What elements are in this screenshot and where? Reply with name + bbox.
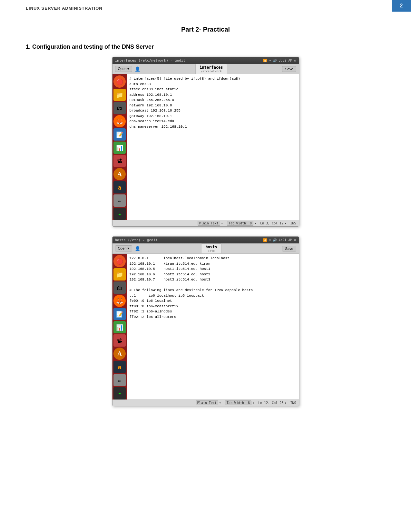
plaintext-status-1: Plain Text ▾ — [198, 221, 223, 226]
main-content: Part 2- Practical 1. Configuration and t… — [26, 26, 385, 416]
calc-launcher-icon[interactable]: 📊 — [113, 142, 126, 154]
ln-col-text-1: Ln 3, Col 12 — [260, 222, 283, 225]
titlebar-right-1: 📶 ⌨ 🔊 3:52 AM ⚙ — [263, 59, 296, 62]
tab-filename-2: hosts — [205, 245, 217, 249]
gedit-statusbar-1: Plain Text ▾ Tab Width: 8 ▾ Ln 3, Col 12… — [113, 220, 299, 226]
text-launcher-icon[interactable]: 📝 — [113, 128, 126, 141]
gedit-sidebar-2: 🔴 📁 🗂 🦊 📝 📊 📽 A a ✏ ▬ — [113, 254, 127, 399]
save-area-2: Save — [279, 243, 298, 253]
gedit-window-1: interfaces (/etc/network) - gedit 📶 ⌨ 🔊 … — [112, 57, 299, 227]
gedit-titlebar-1: interfaces (/etc/network) - gedit 📶 ⌨ 🔊 … — [113, 57, 299, 64]
present-launcher-icon[interactable]: 📽 — [113, 155, 126, 167]
tabwidth-dropdown-1[interactable]: Tab Width: 8 — [227, 221, 253, 226]
amazon-launcher-icon[interactable]: a — [113, 181, 126, 193]
gedit-editor-2[interactable]: 127.0.0.1 localhost.localdomain localhos… — [127, 254, 299, 399]
plaintext-arrow-2: ▾ — [219, 401, 221, 405]
present-launcher-icon-2[interactable]: 📽 — [113, 334, 126, 347]
ln-col-arrow-1: ▾ — [284, 222, 286, 225]
tabwidth-status-2: Tab Width: 8 ▾ — [225, 400, 254, 405]
terminal-launcher-icon-2[interactable]: ▬ — [113, 387, 126, 399]
gedit-titlebar-2: hosts (/etc) - gedit 📶 ⌨ 🔊 4:21 AM ⚙ — [113, 237, 299, 243]
calc-launcher-icon-2[interactable]: 📊 — [113, 321, 126, 333]
gedit-toolbar-area-1: Open ▾ 👤 interfaces /etc/network Save — [113, 64, 299, 74]
tabwidth-arrow-1: ▾ — [254, 222, 256, 225]
save-button-2[interactable]: Save — [282, 246, 296, 251]
titlebar-left-1: interfaces (/etc/network) - gedit — [115, 58, 186, 63]
gedit-editor-1[interactable]: # interfaces(5) file used by ifup(8) and… — [127, 74, 299, 220]
ln-col-status-1: Ln 3, Col 12 ▾ — [260, 222, 286, 225]
gedit-toolbar-area-2: Open ▾ 👤 hosts /etc Save — [113, 243, 299, 254]
text-launcher-icon-2[interactable]: 📝 — [113, 308, 126, 320]
titlebar-text-2: hosts (/etc) - gedit — [115, 238, 158, 242]
gedit-tab-area-2: hosts /etc — [143, 243, 279, 253]
ins-status-2: INS — [290, 401, 296, 405]
gedit-toolbar-2: Open ▾ 👤 — [113, 243, 143, 253]
part-title: Part 2- Practical — [26, 26, 385, 33]
gedit-body-2: 🔴 📁 🗂 🦊 📝 📊 📽 A a ✏ ▬ 127.0.0.1 localhos… — [113, 254, 299, 399]
ubuntu-launcher-icon[interactable]: 🔴 — [113, 75, 126, 88]
files-launcher-icon-2[interactable]: 📁 — [113, 268, 126, 281]
volume-icon: 🔊 — [273, 59, 277, 62]
header-divider — [26, 15, 385, 15]
document-header: LINUX SERVER ADMINISTRATION — [26, 6, 103, 11]
folder-launcher-icon[interactable]: 🗂 — [113, 102, 126, 114]
keyboard-icon-2: ⌨ — [269, 238, 271, 242]
ins-text-1: INS — [290, 222, 296, 225]
amazon-launcher-icon-2[interactable]: a — [113, 361, 126, 373]
terminal-launcher-icon[interactable]: ▬ — [113, 208, 126, 220]
open-button-1[interactable]: Open ▾ — [115, 66, 132, 72]
ln-col-status-2: Ln 12, Col 23 ▾ — [258, 401, 286, 405]
plaintext-arrow-1: ▾ — [221, 222, 223, 225]
plaintext-status-2: Plain Text ▾ — [196, 400, 221, 405]
titlebar-time-2: 4:21 AM — [279, 238, 292, 242]
network-icon: 📶 — [263, 59, 267, 62]
ln-col-arrow-2: ▾ — [284, 401, 286, 405]
firefox-launcher-icon-2[interactable]: 🦊 — [113, 295, 126, 307]
script-launcher-icon-2[interactable]: ✏ — [113, 374, 126, 386]
titlebar-time-1: 3:52 AM — [279, 59, 292, 62]
script-launcher-icon[interactable]: ✏ — [113, 194, 126, 207]
files-launcher-icon[interactable]: 📁 — [113, 89, 126, 101]
folder-launcher-icon-2[interactable]: 🗂 — [113, 281, 126, 294]
plaintext-dropdown-1[interactable]: Plain Text — [198, 221, 220, 226]
save-button-1[interactable]: Save — [282, 66, 296, 72]
ubuntu-launcher-icon-2[interactable]: 🔴 — [113, 255, 126, 267]
firefox-launcher-icon[interactable]: 🦊 — [113, 115, 126, 127]
tab-filename-1: interfaces — [200, 65, 223, 70]
gedit-sidebar-1: 🔴 📁 🗂 🦊 📝 📊 📽 A a ✏ ▬ — [113, 74, 127, 220]
save-area-1: Save — [279, 64, 298, 74]
gedit-tab-area-1: interfaces /etc/network — [143, 64, 279, 74]
user-icon-2: 👤 — [135, 246, 140, 251]
volume-icon-2: 🔊 — [273, 238, 277, 242]
ins-text-2: INS — [290, 401, 296, 405]
gedit-body-1: 🔴 📁 🗂 🦊 📝 📊 📽 A a ✏ ▬ # interfaces(5) fi… — [113, 74, 299, 220]
tab-path-2: /etc — [205, 249, 217, 252]
keyboard-icon: ⌨ — [269, 59, 271, 62]
ins-status-1: INS — [290, 222, 296, 225]
gedit-window-2: hosts (/etc) - gedit 📶 ⌨ 🔊 4:21 AM ⚙ Ope… — [112, 236, 299, 406]
network-icon-2: 📶 — [263, 238, 267, 242]
settings-icon: ⚙ — [294, 59, 296, 62]
open-button-2[interactable]: Open ▾ — [115, 245, 132, 251]
fontforge-launcher-icon-2[interactable]: A — [113, 348, 126, 360]
titlebar-left-2: hosts (/etc) - gedit — [115, 238, 158, 242]
titlebar-right-2: 📶 ⌨ 🔊 4:21 AM ⚙ — [263, 238, 296, 242]
tabwidth-status-1: Tab Width: 8 ▾ — [227, 221, 256, 226]
page-number: 2 — [400, 3, 403, 9]
tabwidth-arrow-2: ▾ — [252, 401, 254, 405]
gedit-statusbar-2: Plain Text ▾ Tab Width: 8 ▾ Ln 12, Col 2… — [113, 399, 299, 406]
user-icon-1: 👤 — [135, 66, 140, 72]
ln-col-text-2: Ln 12, Col 23 — [258, 401, 283, 405]
gedit-toolbar-1: Open ▾ 👤 — [113, 64, 143, 74]
fontforge-launcher-icon[interactable]: A — [113, 168, 126, 180]
gedit-tab-2[interactable]: hosts /etc — [201, 243, 221, 253]
titlebar-text-1: interfaces (/etc/network) - gedit — [115, 58, 186, 63]
plaintext-dropdown-2[interactable]: Plain Text — [196, 400, 218, 405]
tab-path-1: /etc/network — [200, 70, 223, 73]
section-title: 1. Configuration and testing of the DNS … — [26, 44, 385, 50]
gedit-tab-1[interactable]: interfaces /etc/network — [195, 64, 227, 74]
settings-icon-2: ⚙ — [294, 238, 296, 242]
page-number-tab: 2 — [392, 0, 411, 12]
tabwidth-dropdown-2[interactable]: Tab Width: 8 — [225, 400, 251, 405]
